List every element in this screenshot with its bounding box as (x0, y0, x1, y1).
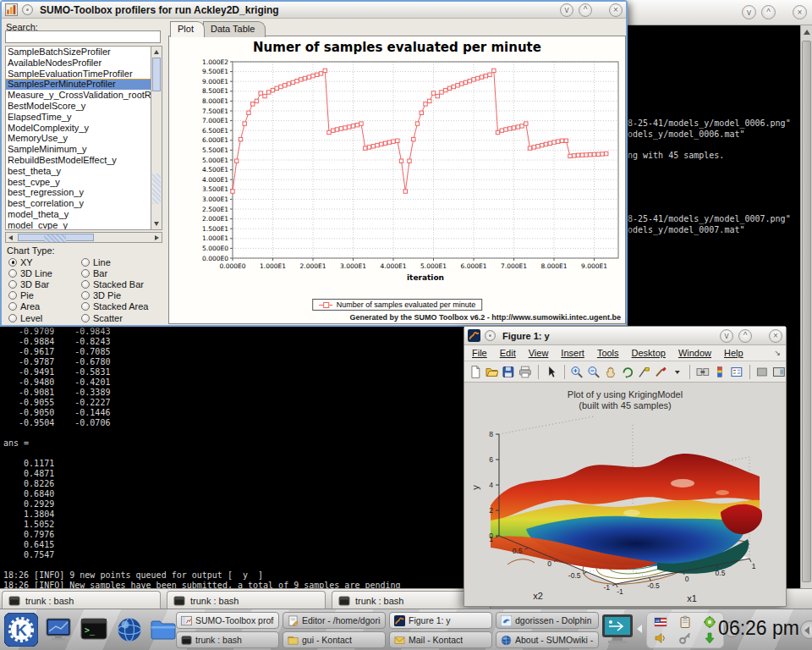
task-button[interactable]: SUMO-Toolbox profilers (176, 612, 279, 629)
search-input[interactable] (5, 30, 161, 43)
profiler-list[interactable]: SampleBatchSizeProfilerAvailableNodesPro… (5, 46, 151, 230)
maximize-icon[interactable]: ^ (738, 329, 752, 343)
maximize-icon[interactable]: ^ (761, 5, 776, 19)
task-button[interactable]: gui - Kontact (283, 631, 386, 648)
volume-icon[interactable] (654, 631, 667, 645)
profiler-list-vscrollbar[interactable] (151, 46, 162, 230)
chart-type-radio-stacked-bar[interactable]: Stacked Bar (81, 278, 161, 289)
dropdown-arrow-icon[interactable] (671, 365, 684, 379)
profiler-list-item[interactable]: RebuildBestModelEffect_y (6, 155, 151, 166)
zoom-out-icon[interactable] (587, 365, 601, 379)
scrollbar-thumb[interactable] (152, 58, 161, 91)
scroll-up-icon[interactable] (154, 50, 159, 54)
new-document-icon[interactable] (469, 365, 482, 379)
konsole-tab[interactable]: trunk : bash (167, 591, 326, 609)
tab-plot[interactable]: Plot (170, 21, 205, 37)
menu-help[interactable]: Help (724, 348, 743, 358)
scroll-left-icon[interactable] (8, 235, 13, 240)
task-button[interactable]: About - SUMOwiki - Shi (496, 631, 599, 648)
window-menu-icon[interactable] (22, 4, 33, 15)
profiler-list-item[interactable]: SampleBatchSizeProfiler (6, 47, 151, 58)
scroll-right-icon[interactable] (155, 235, 159, 240)
profiler-list-item[interactable]: best_correlation_y (6, 198, 151, 209)
menu-view[interactable]: View (529, 348, 549, 358)
chart-type-radio-xy[interactable]: XY (8, 256, 81, 267)
chart-type-radio-3d-line[interactable]: 3D Line (8, 267, 81, 278)
task-button[interactable]: Figure 1: y (389, 612, 492, 629)
profiler-list-item[interactable]: best_cvpe_y (6, 177, 151, 188)
close-icon[interactable]: × (769, 329, 782, 343)
tray-collapse-icon[interactable] (637, 625, 642, 633)
scroll-up-icon[interactable] (804, 30, 810, 35)
profiler-list-item[interactable]: SamplesPerMinuteProfiler (6, 79, 151, 90)
chart-type-radio-area[interactable]: Area (8, 301, 81, 312)
chart-type-radio-line[interactable]: Line (81, 256, 161, 267)
matlab-titlebar[interactable]: Figure 1: y v ^ × (464, 327, 786, 345)
zoom-in-icon[interactable] (570, 365, 584, 379)
scroll-down-icon[interactable] (154, 222, 159, 226)
menu-insert[interactable]: Insert (561, 348, 584, 358)
profiler-list-item[interactable]: model_theta_y (6, 209, 151, 220)
profiler-list-item[interactable]: ModelComplexity_y (6, 123, 151, 134)
profiler-list-item[interactable]: Measure_y_CrossValidation_rootRelative (6, 90, 151, 101)
konsole-tab[interactable]: trunk : bash (2, 591, 161, 609)
task-button[interactable]: dgorissen - Dolphin (496, 612, 599, 629)
kwallet-key-icon[interactable] (678, 631, 692, 645)
minimize-icon[interactable]: v (720, 329, 733, 343)
show-desktop-icon[interactable] (44, 615, 73, 644)
konsole-launcher-icon[interactable]: >_ (80, 615, 108, 644)
profiler-list-item[interactable]: best_regression_y (6, 187, 151, 198)
device-notifier-icon[interactable] (599, 613, 636, 647)
sumo-titlebar[interactable]: SUMO-Toolbox profilers for run Ackley2D_… (2, 2, 626, 19)
pointer-icon[interactable] (545, 365, 558, 379)
kget-arrow-icon[interactable] (703, 631, 716, 645)
profiler-list-item[interactable]: AvailableNodesProfiler (6, 58, 151, 69)
profiler-list-hscrollbar[interactable] (5, 232, 162, 243)
profiler-list-item[interactable]: SampleMinimum_y (6, 144, 151, 155)
dock-arrow-icon[interactable]: ↘ (774, 349, 781, 357)
scrollbar-thumb[interactable] (802, 41, 811, 582)
chart-type-radio-pie[interactable]: Pie (8, 290, 81, 301)
us-keyboard-flag-icon[interactable]: us (654, 615, 667, 629)
close-icon[interactable]: × (609, 3, 623, 17)
minimize-icon[interactable]: v (560, 3, 573, 17)
chart-type-radio-level[interactable]: Level (8, 312, 81, 323)
rotate-3d-icon[interactable] (621, 365, 634, 379)
brush-icon[interactable] (654, 365, 667, 379)
panel-hide-icon[interactable] (800, 620, 812, 639)
chart-type-radio-3d-pie[interactable]: 3D Pie (81, 290, 161, 301)
scrollbar-thumb[interactable] (18, 234, 94, 241)
panel-clock[interactable]: 06:26 pm (718, 617, 799, 640)
chart-type-radio-bar[interactable]: Bar (81, 267, 161, 278)
menu-window[interactable]: Window (678, 348, 711, 358)
tab-data-table[interactable]: Data Table (203, 21, 266, 37)
window-menu-icon[interactable] (485, 330, 496, 341)
task-button[interactable]: Editor - /home/dgorisse (283, 612, 386, 629)
web-browser-icon[interactable] (115, 615, 144, 644)
task-button[interactable]: Mail - Kontact (389, 631, 492, 648)
link-plots-icon[interactable] (696, 365, 710, 379)
menu-file[interactable]: File (472, 348, 487, 358)
profiler-list-item[interactable]: SampleEvaluationTimeProfiler (6, 69, 151, 80)
maximize-icon[interactable]: ^ (579, 3, 592, 17)
menu-edit[interactable]: Edit (500, 348, 516, 358)
insert-colorbar-icon[interactable] (713, 365, 727, 379)
pan-hand-icon[interactable] (604, 365, 617, 379)
profiler-list-item[interactable]: MemoryUse_y (6, 133, 151, 144)
kde-menu-icon[interactable]: K (4, 613, 38, 647)
insert-legend-icon[interactable] (730, 365, 743, 379)
minimize-icon[interactable]: v (742, 5, 756, 19)
profiler-list-item[interactable]: best_theta_y (6, 166, 151, 177)
chart-type-radio-stacked-area[interactable]: Stacked Area (81, 301, 161, 312)
profiler-list-item[interactable]: ElapsedTime_y (6, 112, 151, 123)
klipper-icon[interactable] (678, 615, 692, 629)
task-button[interactable]: trunk : bash (176, 631, 279, 648)
close-icon[interactable]: × (793, 5, 807, 19)
hide-plot-tools-icon[interactable] (755, 365, 769, 379)
save-icon[interactable] (502, 365, 515, 379)
data-cursor-icon[interactable] (637, 365, 650, 379)
chart-type-radio-scatter[interactable]: Scatter (81, 312, 161, 323)
open-folder-icon[interactable] (486, 365, 499, 379)
terminal-scrollbar[interactable] (800, 25, 812, 588)
chart-type-radio-3d-bar[interactable]: 3D Bar (8, 278, 81, 289)
